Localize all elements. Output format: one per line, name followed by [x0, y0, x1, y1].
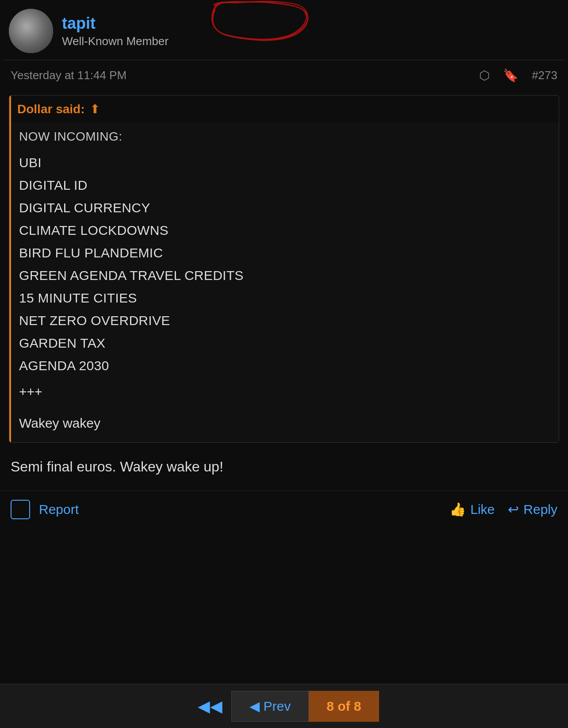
action-bar: Report 👍 Like ↩ Reply — [0, 490, 568, 528]
prev-label: Prev — [263, 699, 291, 714]
page-indicator: 8 of 8 — [309, 691, 379, 722]
list-item: BIRD FLU PLANDEMIC — [19, 241, 551, 264]
share-icon[interactable]: ⬡ — [479, 68, 490, 83]
quote-border-accent — [9, 96, 11, 442]
action-right: 👍 Like ↩ Reply — [449, 502, 557, 517]
list-item: AGENDA 2030 — [19, 354, 551, 377]
page-indicator-text: 8 of 8 — [326, 699, 361, 714]
post-actions-meta: ⬡ 🔖 #273 — [479, 68, 557, 83]
user-info: tapit Well-Known Member — [62, 14, 169, 48]
quote-list: UBI DIGITAL ID DIGITAL CURRENCY CLIMATE … — [19, 151, 551, 377]
reply-icon: ↩ — [508, 502, 519, 517]
quote-header: Dollar said: ⬆ — [9, 96, 559, 123]
user-header: tapit Well-Known Member — [0, 0, 568, 60]
list-item: 15 MINUTE CITIES — [19, 287, 551, 309]
post-container: tapit Well-Known Member Yesterday at 11:… — [0, 0, 568, 528]
incoming-label: NOW INCOMING: — [19, 127, 551, 147]
quote-plus: +++ — [19, 380, 551, 403]
bookmark-icon[interactable]: 🔖 — [503, 68, 518, 83]
prev-arrow-icon: ◀ — [249, 698, 260, 714]
rewind-icon: ◀◀ — [198, 697, 223, 716]
user-role: Well-Known Member — [62, 34, 169, 48]
quote-block: Dollar said: ⬆ NOW INCOMING: UBI DIGITAL… — [9, 95, 559, 443]
list-item: CLIMATE LOCKDOWNS — [19, 219, 551, 241]
list-item: DIGITAL ID — [19, 174, 551, 196]
like-icon: 👍 — [449, 502, 466, 517]
quote-author: Dollar said: — [17, 102, 84, 116]
report-label: Report — [39, 502, 79, 517]
post-meta: Yesterday at 11:44 PM ⬡ 🔖 #273 — [0, 60, 568, 91]
prev-button[interactable]: ◀ Prev — [231, 691, 309, 722]
post-number: #273 — [532, 69, 557, 82]
action-left: Report — [11, 500, 79, 519]
username: tapit — [62, 14, 169, 33]
list-item: GREEN AGENDA TRAVEL CREDITS — [19, 264, 551, 287]
footer-navigation: ◀◀ ◀ Prev 8 of 8 — [0, 684, 568, 728]
reply-button[interactable]: ↩ Reply — [508, 502, 557, 517]
like-button[interactable]: 👍 Like — [449, 502, 495, 517]
like-label: Like — [470, 502, 495, 517]
list-item: UBI — [19, 151, 551, 174]
reply-label: Reply — [523, 502, 557, 517]
quote-content: NOW INCOMING: UBI DIGITAL ID DIGITAL CUR… — [9, 123, 559, 442]
list-item: GARDEN TAX — [19, 332, 551, 354]
quote-wakey: Wakey wakey — [19, 412, 551, 434]
quote-arrow-icon: ⬆ — [90, 102, 100, 116]
report-button[interactable]: Report — [39, 502, 79, 517]
list-item: DIGITAL CURRENCY — [19, 196, 551, 219]
post-body: Semi final euros. Wakey wake up! — [0, 447, 568, 486]
list-item: NET ZERO OVERDRIVE — [19, 309, 551, 332]
avatar — [9, 9, 53, 53]
post-timestamp: Yesterday at 11:44 PM — [11, 69, 127, 82]
rewind-button[interactable]: ◀◀ — [189, 684, 231, 728]
select-checkbox[interactable] — [11, 500, 30, 519]
post-body-text: Semi final euros. Wakey wake up! — [11, 459, 223, 475]
